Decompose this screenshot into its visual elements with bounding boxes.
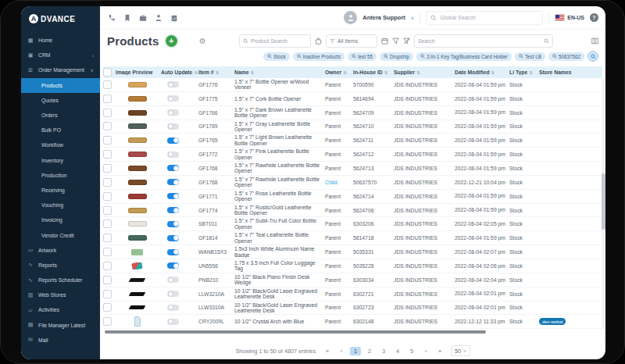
auto-update-toggle[interactable] [167, 305, 179, 311]
row-checkbox[interactable] [103, 206, 112, 215]
gear-icon[interactable]: ⚙ [199, 37, 206, 45]
auto-update-toggle[interactable] [167, 277, 179, 283]
table-row[interactable]: GF17751.5" x 7" Cork Bottle OpenerParent… [103, 92, 602, 106]
column-header-date-modified[interactable]: Date Modified⇅ [455, 70, 509, 75]
user-avatar[interactable] [344, 11, 357, 24]
next-page-button[interactable]: › [420, 347, 431, 355]
table-row[interactable]: GF17721.5" x 7" Pink Leatherette Bottle … [103, 148, 602, 162]
row-checkbox[interactable] [103, 80, 112, 89]
auto-update-toggle[interactable] [167, 291, 179, 297]
filter-chip-test-55[interactable]: test 55 [348, 52, 377, 61]
auto-update-toggle[interactable] [167, 123, 179, 130]
sort-icon[interactable]: ⇅ [194, 70, 198, 75]
auto-update-toggle[interactable] [167, 235, 179, 241]
sidebar-item-receiving[interactable]: Receiving [21, 183, 100, 198]
calendar-icon[interactable] [381, 37, 388, 45]
column-header-supplier[interactable]: Supplier⇅ [394, 70, 455, 75]
column-header-name[interactable]: Name⇅ [234, 70, 325, 75]
sidebar-item-artwork[interactable]: ▭Artwork [21, 243, 100, 258]
auto-update-toggle[interactable] [167, 193, 179, 199]
column-header-item[interactable]: Item #⇅ [198, 70, 234, 75]
sidebar-item-orders[interactable]: Orders [21, 108, 100, 123]
first-page-button[interactable]: « [322, 347, 333, 355]
sort-icon[interactable]: ⇅ [216, 70, 220, 75]
sidebar-item-workflow[interactable]: Workflow [21, 137, 100, 152]
row-checkbox[interactable] [103, 164, 112, 173]
help-icon[interactable]: ? [590, 13, 598, 22]
filter-icon[interactable] [392, 37, 399, 45]
vertical-scrollbar[interactable] [602, 78, 605, 329]
auto-update-toggle[interactable] [167, 249, 179, 255]
table-row[interactable]: GF17661.5" x 7" Dark Brown Leatherette B… [103, 106, 602, 120]
page-button-4[interactable]: 4 [392, 347, 403, 355]
last-page-button[interactable]: » [434, 347, 445, 355]
sidebar-item-reports-scheduler[interactable]: ∿Reports Scheduler [21, 273, 100, 287]
auto-update-toggle[interactable] [167, 207, 179, 213]
page-button-2[interactable]: 2 [364, 347, 375, 355]
select-all-checkbox[interactable] [103, 68, 112, 77]
page-button-3[interactable]: 3 [378, 347, 389, 355]
row-checkbox[interactable] [103, 317, 112, 326]
sidebar-item-file-manager-latest[interactable]: ▤File Manager Latest [21, 318, 100, 333]
sidebar-item-vendor-credit[interactable]: Vendor Credit [21, 227, 100, 242]
sort-icon[interactable]: ⇅ [384, 70, 388, 75]
row-checkbox[interactable] [103, 150, 112, 159]
sort-icon[interactable]: ⇅ [251, 70, 255, 75]
columns-icon[interactable] [591, 37, 598, 45]
sidebar-item-bulk-po[interactable]: Bulk PO [21, 123, 100, 137]
page-button-1[interactable]: 1 [350, 347, 361, 355]
sidebar-item-invoicing[interactable]: Invoicing [21, 212, 100, 227]
row-checkbox[interactable] [103, 234, 112, 242]
sidebar-item-crm[interactable]: ▣CRM› [21, 48, 100, 62]
sort-icon[interactable]: ⇅ [491, 70, 495, 75]
auto-update-toggle[interactable] [167, 152, 179, 158]
filter-chip-50637562[interactable]: 50637562 [548, 52, 584, 61]
sort-icon[interactable]: ⇅ [529, 70, 533, 75]
row-checkbox[interactable] [103, 276, 112, 284]
filter-chip-stock[interactable]: Stock [263, 52, 290, 61]
sidebar-item-home[interactable]: ▦Home [21, 33, 100, 48]
column-header-in-house-id[interactable]: In-House ID⇅ [353, 70, 394, 75]
tasks-icon[interactable] [170, 13, 178, 22]
auto-update-toggle[interactable] [167, 95, 179, 102]
table-row[interactable]: GF17651.5" x 7" Light Brown Leatherette … [103, 134, 602, 148]
prev-page-button[interactable]: ‹ [336, 347, 347, 355]
sort-icon[interactable]: ⇅ [416, 70, 420, 75]
filter-chip-2-in-1-key-tag-business-card-holder[interactable]: 2-In-1 Key Tag/Business Card Holder [416, 52, 512, 61]
auto-update-toggle[interactable] [167, 262, 179, 269]
sidebar-item-vouching[interactable]: Vouching [21, 198, 100, 212]
row-checkbox[interactable] [103, 192, 112, 201]
table-row[interactable]: UN55561.75 x 3.5 inch Full Color Luggage… [103, 259, 602, 273]
global-search-input[interactable]: Global Search [426, 11, 543, 25]
filter-off-icon[interactable] [403, 37, 410, 45]
product-search-input[interactable]: Product Search [239, 34, 311, 48]
horizontal-scrollbar[interactable] [105, 330, 486, 334]
auto-update-toggle[interactable] [167, 137, 179, 144]
auto-update-toggle[interactable] [167, 221, 179, 227]
vertical-scrollbar-thumb[interactable] [602, 173, 605, 230]
locale-selector[interactable]: EN-US [555, 14, 584, 21]
row-checkbox[interactable] [103, 248, 112, 256]
sort-icon[interactable]: ⇅ [343, 70, 347, 75]
sidebar-item-activities[interactable]: ▱Activities [21, 302, 100, 317]
app-logo[interactable]: A DVANCE [21, 6, 100, 30]
table-row[interactable]: GF17741.5" x 7" Rustic/Gold Leatherette … [103, 204, 602, 218]
chevron-down-icon[interactable]: ∨ [411, 15, 414, 20]
table-row[interactable]: LLW3210A10 1/2" Black/Gold Laser Engrave… [103, 287, 602, 302]
column-header-owner[interactable]: Owner⇅ [325, 70, 353, 75]
row-checkbox[interactable] [103, 178, 112, 187]
sidebar-item-reports[interactable]: ∿Reports [21, 258, 100, 273]
table-row[interactable]: SBT0111.5" x 7" Subli-Tru Full Color Bot… [103, 217, 602, 231]
filter-chip-test-lb[interactable]: Test LB [515, 52, 545, 61]
table-row[interactable]: GF18141.5" x 7" Teal Leatherette Bottle … [103, 231, 602, 245]
user-add-icon[interactable] [154, 13, 162, 22]
row-checkbox[interactable] [103, 95, 112, 103]
sidebar-item-order-management[interactable]: ☰Order Management∨ [21, 62, 100, 77]
table-row[interactable]: WANB15X31.5x3 Inch White Aluminum Name B… [103, 245, 602, 259]
table-row[interactable]: PNB21010 1/2" Black Piano Finish Desk We… [103, 273, 602, 287]
auto-update-toggle[interactable] [167, 319, 179, 325]
row-checkbox[interactable] [103, 262, 112, 270]
table-row[interactable]: GF17681.5" x 7" Rawhide Leatherette Bott… [103, 162, 602, 176]
auto-update-toggle[interactable] [167, 109, 179, 116]
sidebar-item-inventory[interactable]: Inventory [21, 153, 100, 168]
